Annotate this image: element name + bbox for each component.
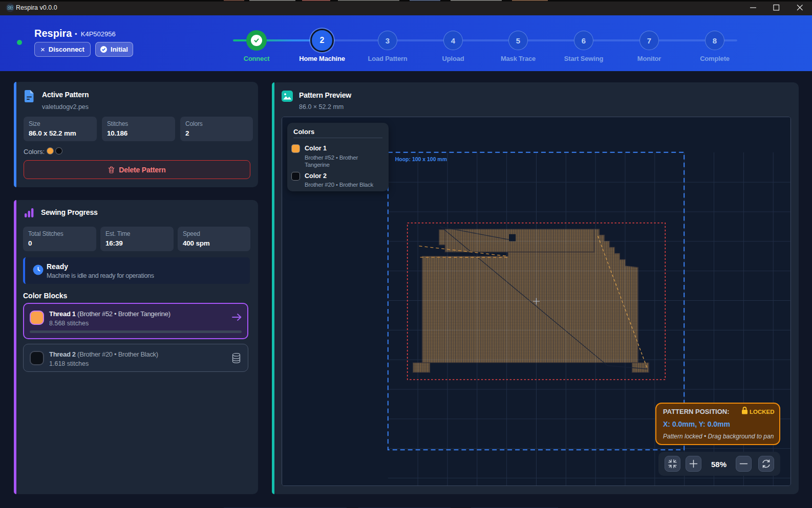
svg-text:Hoop: 100 x 100 mm: Hoop: 100 x 100 mm xyxy=(395,157,447,162)
